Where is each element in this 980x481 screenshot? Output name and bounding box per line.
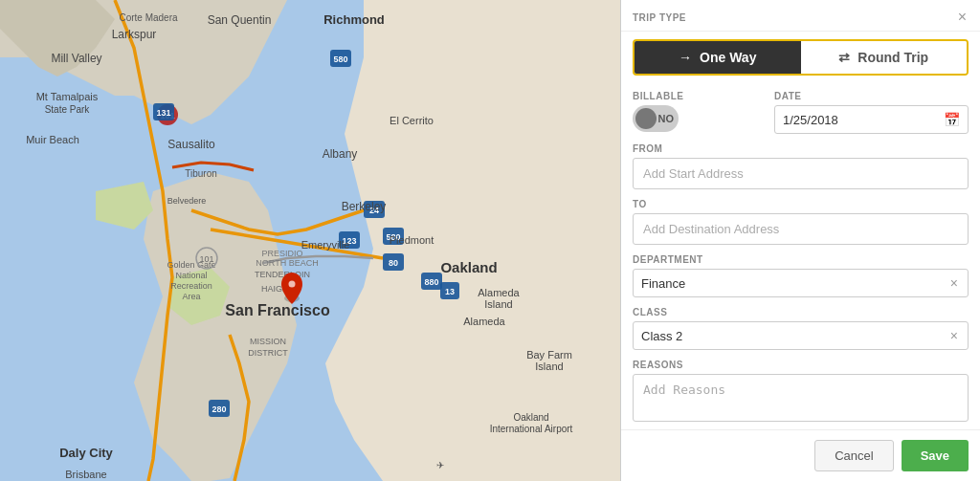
toggle-knob [635, 108, 657, 129]
to-field: TO [633, 199, 969, 245]
svg-text:Muir Beach: Muir Beach [26, 134, 79, 145]
to-input[interactable] [633, 213, 969, 245]
svg-text:Mill Valley: Mill Valley [51, 52, 101, 65]
billable-label: BILLABLE [633, 91, 765, 101]
svg-text:Piedmont: Piedmont [390, 234, 434, 246]
calendar-icon[interactable]: 📅 [944, 112, 960, 127]
svg-text:Mt Tamalpais: Mt Tamalpais [36, 91, 99, 102]
svg-text:Recreation: Recreation [170, 281, 212, 291]
svg-text:Oakland: Oakland [440, 259, 497, 275]
svg-text:Corte Madera: Corte Madera [119, 12, 178, 23]
svg-text:101: 101 [199, 254, 213, 264]
save-button[interactable]: Save [902, 440, 969, 471]
svg-text:280: 280 [212, 404, 226, 414]
svg-text:Oakland: Oakland [513, 412, 548, 423]
arrow-right-icon: → [679, 50, 692, 65]
svg-text:Belvedere: Belvedere [167, 196, 207, 206]
svg-text:El Cerrito: El Cerrito [390, 115, 434, 126]
swap-icon: ⇄ [838, 50, 850, 65]
billable-field: BILLABLE NO [633, 91, 765, 134]
svg-text:Albany: Albany [323, 147, 358, 161]
from-label: FROM [633, 143, 969, 154]
close-button[interactable]: × [956, 10, 969, 25]
one-way-button[interactable]: → One Way [635, 41, 801, 74]
round-trip-label: Round Trip [858, 50, 928, 65]
svg-text:80: 80 [389, 258, 398, 268]
svg-text:Sausalito: Sausalito [167, 138, 215, 151]
svg-text:Island: Island [484, 298, 512, 310]
to-label: TO [633, 199, 969, 209]
svg-text:Island: Island [535, 361, 563, 372]
department-label: DEPARTMENT [633, 254, 969, 265]
class-field: CLASS Class 2 × [633, 307, 969, 350]
svg-text:San Francisco: San Francisco [225, 302, 330, 318]
svg-text:International Airport: International Airport [490, 424, 573, 434]
class-clear-button[interactable]: × [948, 328, 960, 343]
department-field: DEPARTMENT Finance × [633, 254, 969, 297]
department-select[interactable]: Finance [641, 276, 948, 291]
svg-text:131: 131 [156, 108, 170, 118]
svg-text:MISSION: MISSION [250, 337, 286, 346]
trip-panel: TRIP TYPE × → One Way ⇄ Round Trip BILLA… [620, 0, 980, 481]
class-select[interactable]: Class 2 [641, 329, 948, 343]
svg-text:Emeryville: Emeryville [301, 239, 350, 251]
from-input[interactable] [633, 158, 969, 189]
svg-text:PRESIDIO: PRESIDIO [261, 249, 302, 258]
svg-text:580: 580 [333, 55, 347, 64]
date-input-wrapper[interactable]: 📅 [774, 105, 969, 134]
form-body: BILLABLE NO DATE 📅 FROM [621, 83, 980, 429]
reasons-field: REASONS [633, 360, 969, 422]
department-clear-button[interactable]: × [948, 275, 960, 291]
svg-text:Daly City: Daly City [59, 446, 113, 460]
svg-text:Brisbane: Brisbane [65, 469, 106, 480]
trip-type-selector: → One Way ⇄ Round Trip [633, 39, 969, 76]
svg-text:Richmond: Richmond [323, 12, 385, 27]
svg-text:DISTRICT: DISTRICT [248, 348, 288, 358]
reasons-textarea[interactable] [633, 374, 969, 422]
trip-type-label: TRIP TYPE [633, 12, 686, 23]
panel-header: TRIP TYPE × [621, 0, 980, 32]
svg-text:Berkeley: Berkeley [342, 200, 387, 213]
panel-footer: Cancel Save [621, 429, 980, 481]
billable-toggle[interactable]: NO [633, 105, 765, 132]
date-input[interactable] [783, 113, 944, 127]
map-container: 580 101 580 80 880 280 123 24 13 [0, 0, 620, 481]
svg-text:Bay Farm: Bay Farm [526, 349, 572, 361]
date-field: DATE 📅 [774, 91, 969, 134]
svg-text:880: 880 [424, 277, 438, 287]
svg-text:TENDERLOIN: TENDERLOIN [255, 270, 310, 279]
svg-point-69 [289, 281, 296, 288]
reasons-label: REASONS [633, 360, 969, 370]
svg-text:Tiburon: Tiburon [185, 168, 217, 179]
svg-text:✈: ✈ [436, 460, 444, 470]
svg-text:National: National [175, 271, 207, 280]
svg-text:Alameda: Alameda [463, 316, 505, 327]
toggle-no-label: NO [658, 113, 675, 124]
class-label: CLASS [633, 307, 969, 317]
billable-date-row: BILLABLE NO DATE 📅 [633, 91, 969, 134]
class-select-wrapper: Class 2 × [633, 321, 969, 350]
svg-text:Larkspur: Larkspur [112, 28, 157, 41]
date-label: DATE [774, 91, 969, 101]
from-field: FROM [633, 143, 969, 189]
svg-text:Alameda: Alameda [478, 287, 520, 298]
svg-text:13: 13 [445, 287, 455, 296]
svg-text:State Park: State Park [45, 104, 91, 115]
toggle-switch[interactable]: NO [633, 105, 679, 132]
svg-text:San Quentin: San Quentin [208, 13, 272, 27]
svg-text:Area: Area [182, 292, 200, 301]
one-way-label: One Way [700, 50, 756, 65]
round-trip-button[interactable]: ⇄ Round Trip [801, 41, 968, 74]
cancel-button[interactable]: Cancel [814, 440, 893, 471]
department-select-wrapper: Finance × [633, 269, 969, 297]
svg-text:NORTH BEACH: NORTH BEACH [256, 258, 318, 268]
